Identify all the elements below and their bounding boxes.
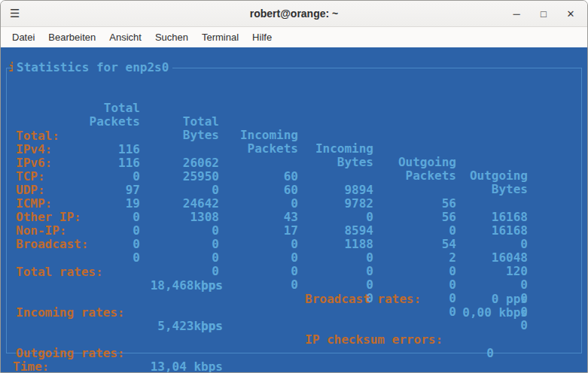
table-header-row-2: Packets Bytes Packets Bytes Packets Byte…	[1, 102, 587, 115]
menu-item-suchen[interactable]: Suchen	[148, 29, 195, 46]
terminal-screen[interactable]: iptraf-ng 1.2.1 Statistics for enp2s0 To…	[1, 47, 587, 372]
table-row-icmp: ICMP: 0 0 0 0 0 0	[1, 183, 587, 197]
terminal-window: ☰ robert@orange: ~ ─ □ ✕ Datei Bearbeite…	[0, 0, 588, 373]
close-icon[interactable]: ✕	[562, 5, 580, 23]
row-label: Broadcast:	[16, 238, 88, 251]
panel-title: Statistics for enp2s0	[13, 61, 172, 74]
table-row-total: Total: 116 26062 60 9894 56 16168	[1, 116, 587, 129]
menu-item-hilfe[interactable]: Hilfe	[245, 29, 279, 46]
table-row-ipv4: IPv4: 116 25950 60 9782 56 16168	[1, 129, 587, 143]
incoming-pps-line: 3 pps	[1, 306, 587, 320]
hamburger-menu-icon[interactable]: ☰	[10, 7, 20, 20]
table-row-other-ip: Other IP: 0 0 0 0 0 0	[1, 197, 587, 211]
cell: 0	[298, 278, 373, 292]
table-row-ipv6: IPv6: 0 0 0 0 0 0	[1, 143, 587, 156]
cell: 0	[381, 278, 456, 292]
cell: 0	[452, 278, 528, 292]
table-row-udp: UDP: 19 1308 17 1188 2 120	[1, 170, 587, 183]
minimize-icon[interactable]: ─	[507, 5, 526, 23]
incoming-rates-line: Incoming rates: 5,42 kbps	[1, 293, 587, 306]
maximize-icon[interactable]: □	[535, 5, 553, 23]
menu-item-ansicht[interactable]: Ansicht	[102, 29, 148, 46]
titlebar[interactable]: ☰ robert@orange: ~ ─ □ ✕	[1, 1, 587, 27]
outgoing-rates-line: Outgoing rates: 13,04 kbps	[1, 333, 587, 347]
total-rates-pps: 8 pps	[133, 279, 223, 293]
menu-item-datei[interactable]: Datei	[5, 29, 41, 46]
total-broadcast-rates-line: Total rates: 18,46 kbps Broadcast rates:…	[1, 252, 587, 265]
cell: 0	[223, 238, 298, 251]
table-row-tcp: TCP: 97 24642 43 8594 54 16048	[1, 156, 587, 170]
cell: 0	[223, 278, 298, 292]
cell: 0	[452, 238, 528, 251]
menu-item-bearbeiten[interactable]: Bearbeiten	[41, 29, 102, 46]
app-title-line: iptraf-ng 1.2.1	[1, 47, 587, 61]
cell: 1188	[298, 238, 373, 251]
checksum-errors-line: IP checksum errors: 0	[1, 320, 587, 333]
cell: 0	[144, 238, 219, 251]
keybinding-hint-line: X-exit	[1, 360, 587, 372]
table-row-non-ip: Non-IP: 0 0 0 0 0 0	[1, 211, 587, 224]
menubar: Datei Bearbeiten Ansicht Suchen Terminal…	[1, 27, 587, 47]
window-controls: ─ □ ✕	[507, 5, 580, 23]
menu-item-terminal[interactable]: Terminal	[195, 29, 245, 46]
table-header-row-1: Total Total Incoming Incoming Outgoing O…	[1, 88, 587, 102]
total-broadcast-pps-line: 8 pps 0 pps	[1, 265, 587, 279]
table-row-broadcast: Broadcast: 0 0 0 0 0 0	[1, 224, 587, 238]
status-line: Time: 0:00 4 pps Drops: 0	[1, 347, 587, 360]
window-title: robert@orange: ~	[1, 8, 587, 20]
cell: 54	[381, 238, 456, 251]
